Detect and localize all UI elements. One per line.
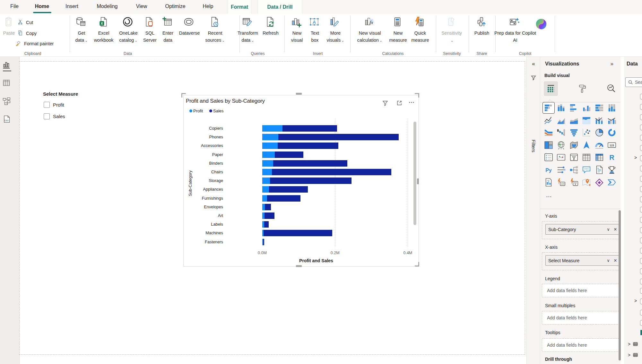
100-stacked-bar-chart-icon[interactable] xyxy=(594,103,605,113)
field-checkbox[interactable] xyxy=(640,207,642,212)
bar-sales-fasteners[interactable] xyxy=(263,239,264,245)
100-stacked-column-chart-icon[interactable] xyxy=(606,103,617,113)
expand-table-icon[interactable]: > xyxy=(634,155,637,160)
legend-label[interactable]: Profit xyxy=(193,108,203,113)
remove-field-icon[interactable]: ✕ xyxy=(612,258,619,263)
bar-sales-copiers[interactable] xyxy=(282,125,337,132)
checkbox-unchecked[interactable] xyxy=(44,113,50,119)
pane-scrollbar[interactable] xyxy=(619,210,621,360)
tab-file[interactable]: File xyxy=(10,4,19,9)
key-influencers-icon[interactable] xyxy=(556,165,567,175)
clustered-bar-chart-icon[interactable] xyxy=(568,103,579,113)
chart-visual[interactable]: Profit and Sales by Sub-Category ProfitS… xyxy=(183,95,419,267)
tab-optimize[interactable]: Optimize xyxy=(165,4,185,9)
field-pill[interactable]: Sub-Category∨✕ xyxy=(545,224,619,235)
field-checkbox[interactable] xyxy=(640,104,642,110)
excel-workbook-button[interactable]: XExcelworkbook xyxy=(90,16,117,51)
gauge-icon[interactable] xyxy=(594,140,605,150)
bar-sales-binders[interactable] xyxy=(273,160,347,167)
dropdown-chevron-icon[interactable]: ∨ xyxy=(605,227,612,232)
pie-chart-icon[interactable] xyxy=(594,127,605,138)
field-checkbox[interactable] xyxy=(640,279,642,284)
field-checkbox[interactable] xyxy=(640,248,642,254)
bar-sales-machines[interactable] xyxy=(264,230,333,236)
field-well-empty[interactable]: Add data fields here xyxy=(542,284,620,297)
build-visual-tab[interactable] xyxy=(544,81,558,96)
more-visuals-ellipsis[interactable]: ⋯ xyxy=(546,193,552,200)
field-checkbox[interactable] xyxy=(640,94,642,100)
arcgis-map-icon[interactable] xyxy=(581,177,592,187)
field-checkbox[interactable] xyxy=(640,176,642,182)
donut-chart-icon[interactable] xyxy=(606,127,617,138)
visual-scrollbar[interactable] xyxy=(413,122,416,225)
field-pill[interactable]: Select Measure∨✕ xyxy=(545,255,619,266)
decomposition-tree-icon[interactable] xyxy=(568,165,579,175)
stacked-area-chart-icon[interactable] xyxy=(568,115,579,126)
clustered-column-chart-icon[interactable] xyxy=(581,103,592,113)
more-options-icon[interactable] xyxy=(408,100,415,107)
bar-sales-paper[interactable] xyxy=(275,152,303,158)
field-well-empty[interactable]: Add data fields here xyxy=(542,338,620,352)
resize-handle[interactable] xyxy=(181,93,182,98)
map-icon[interactable] xyxy=(556,140,567,150)
copy-button[interactable]: Copy xyxy=(17,30,37,37)
checkbox-unchecked[interactable] xyxy=(44,102,50,108)
expand-table-icon[interactable]: > xyxy=(634,298,637,303)
tab-modeling[interactable]: Modeling xyxy=(97,4,118,9)
quick-measure-button[interactable]: Quickmeasure xyxy=(406,16,434,51)
field-checkbox[interactable] xyxy=(640,268,642,274)
table-list-item[interactable]: > xyxy=(628,352,638,358)
kpi-icon[interactable] xyxy=(556,152,567,162)
bar-sales-appliances[interactable] xyxy=(269,186,308,193)
new-visual-button[interactable]: Newvisual xyxy=(287,16,307,51)
funnel-chart-icon[interactable] xyxy=(568,127,579,138)
field-checkbox[interactable] xyxy=(640,145,642,151)
legend-label[interactable]: Sales xyxy=(213,108,224,113)
field-checkbox[interactable] xyxy=(640,186,642,192)
table-list-item[interactable]: > xyxy=(628,341,638,347)
field-checkbox[interactable] xyxy=(640,299,642,304)
dax-query-view-button[interactable]: DAX xyxy=(2,115,12,125)
analytics-tab[interactable] xyxy=(604,81,618,96)
sensitivity-button[interactable]: Sensitivity⌄ xyxy=(437,16,467,51)
resize-handle[interactable] xyxy=(418,93,419,98)
collapse-panel-icon[interactable]: « xyxy=(532,61,535,67)
r-script-visual-icon[interactable]: R xyxy=(606,152,617,162)
new-slicer-icon[interactable] xyxy=(568,177,579,187)
scatter-chart-icon[interactable] xyxy=(581,127,592,138)
remove-field-icon[interactable]: ✕ xyxy=(612,227,619,232)
field-checkbox[interactable] xyxy=(640,227,642,233)
qa-visual-icon[interactable] xyxy=(581,165,592,175)
smart-narrative-icon[interactable] xyxy=(594,165,605,175)
sql-server-button[interactable]: SQLServer xyxy=(140,16,160,51)
table-icon[interactable] xyxy=(581,152,592,162)
dropdown-chevron-icon[interactable]: ∨ xyxy=(605,258,612,263)
bar-profit-furnishings[interactable] xyxy=(262,195,267,202)
expand-pane-icon[interactable]: » xyxy=(611,61,613,67)
dataverse-button[interactable]: Dataverse xyxy=(176,16,203,51)
power-apps-icon[interactable] xyxy=(594,177,605,187)
bar-profit-accessories[interactable] xyxy=(262,143,278,149)
refresh-button[interactable]: Refresh xyxy=(261,16,281,51)
copilot-button[interactable] xyxy=(532,16,551,51)
waterfall-chart-icon[interactable] xyxy=(556,127,567,138)
field-well[interactable]: Select Measure∨✕ xyxy=(542,252,620,270)
format-visual-tab[interactable] xyxy=(575,81,589,96)
tab-format[interactable]: Format xyxy=(228,0,251,14)
filter-icon[interactable] xyxy=(382,100,388,106)
line-and-clustered-column-chart-icon[interactable] xyxy=(606,115,617,126)
filters-funnel-icon[interactable] xyxy=(531,75,536,81)
bar-profit-paper[interactable] xyxy=(262,152,275,158)
more-visuals-button[interactable]: Morevisuals⌄ xyxy=(323,16,348,51)
paginated-report-icon[interactable] xyxy=(543,177,554,187)
bar-sales-accessories[interactable] xyxy=(278,143,339,149)
multi-row-card-icon[interactable] xyxy=(543,152,554,162)
field-checkbox[interactable] xyxy=(640,258,642,264)
bar-sales-phones[interactable] xyxy=(278,134,398,140)
bar-sales-chairs[interactable] xyxy=(272,169,391,175)
stacked-column-chart-icon[interactable] xyxy=(556,103,567,113)
tab-view[interactable]: View xyxy=(136,4,147,9)
metrics-icon[interactable] xyxy=(606,165,617,175)
report-view-button[interactable] xyxy=(2,61,12,71)
bar-sales-storage[interactable] xyxy=(270,178,351,184)
